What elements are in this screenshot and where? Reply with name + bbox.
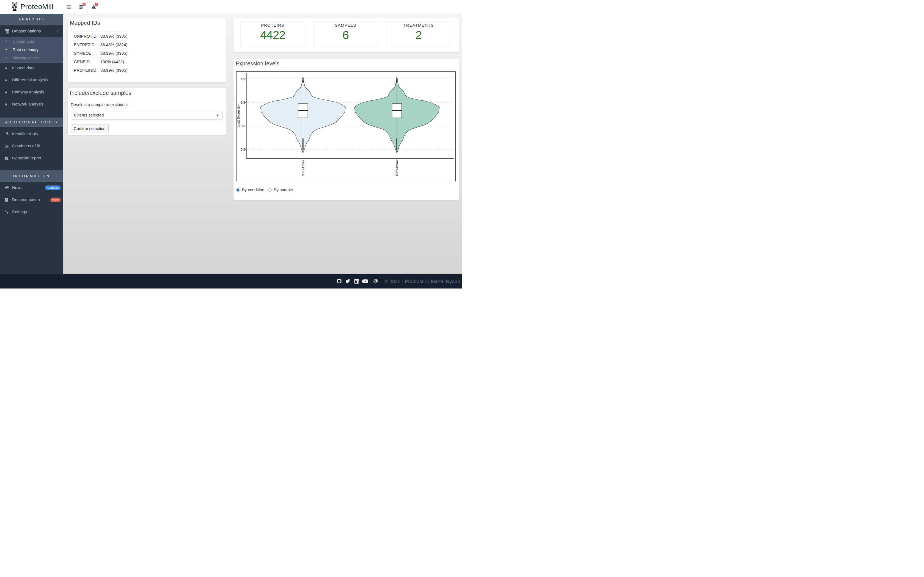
svg-text:3.5: 3.5 [241,101,245,104]
svg-text:SHR.adrenals: SHR.adrenals [301,160,305,176]
svg-text:WKY.adrenals: WKY.adrenals [395,160,399,176]
svg-text:Log2 Expression: Log2 Expression [237,103,240,127]
svg-text:2.5: 2.5 [241,148,245,151]
svg-text:3.0: 3.0 [241,124,245,128]
svg-text:@: @ [373,279,378,284]
svg-text:4.0: 4.0 [241,77,245,81]
